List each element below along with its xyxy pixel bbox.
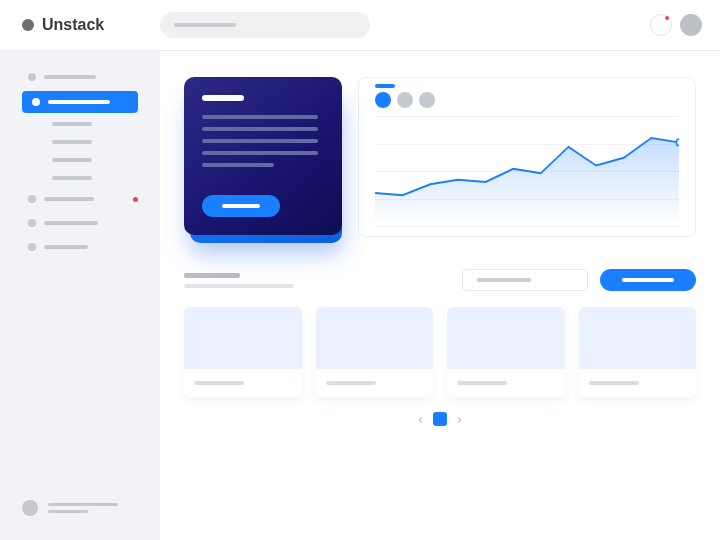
- nav-list: [0, 65, 160, 259]
- notification-badge: [665, 16, 669, 20]
- sidebar-item-2[interactable]: [52, 118, 144, 130]
- sidebar-item-icon: [28, 243, 36, 251]
- sidebar-item-0[interactable]: [22, 67, 144, 87]
- hero-text-line: [202, 151, 318, 155]
- sidebar-item-6[interactable]: [22, 189, 144, 209]
- pager-current-page[interactable]: [433, 412, 447, 426]
- hero-text-line: [202, 139, 318, 143]
- card-title-line: [194, 381, 244, 385]
- content-card-2[interactable]: [447, 307, 565, 397]
- chart-tab-0[interactable]: [375, 92, 391, 108]
- sidebar-item-1[interactable]: [22, 91, 138, 113]
- sidebar-item-5[interactable]: [52, 172, 144, 184]
- sidebar-item-label: [52, 140, 92, 144]
- hero-cta-button[interactable]: [202, 195, 280, 217]
- sidebar-item-8[interactable]: [22, 237, 144, 257]
- sidebar-item-label: [44, 197, 94, 201]
- sidebar-item-label: [52, 176, 92, 180]
- card-footer: [316, 369, 434, 397]
- section-header: [184, 269, 696, 291]
- sidebar-item-icon: [32, 98, 40, 106]
- card-title-line: [589, 381, 639, 385]
- card-thumbnail: [447, 307, 565, 369]
- content-card-0[interactable]: [184, 307, 302, 397]
- topbar: Unstack: [0, 0, 720, 50]
- sidebar-item-4[interactable]: [52, 154, 144, 166]
- sidebar-footer[interactable]: [0, 486, 160, 530]
- chart-card: [358, 77, 696, 237]
- hero-card: [184, 77, 342, 237]
- brand-icon: [22, 19, 34, 31]
- chart-area: [375, 116, 679, 226]
- sidebar-item-icon: [28, 219, 36, 227]
- user-meta: [48, 503, 118, 513]
- primary-action-label: [622, 278, 674, 282]
- chart-tabs: [375, 92, 679, 108]
- chart-tab-1[interactable]: [397, 92, 413, 108]
- content-card-3[interactable]: [579, 307, 697, 397]
- card-footer: [447, 369, 565, 397]
- hero-cta-label: [222, 204, 260, 208]
- hero-title: [202, 95, 244, 101]
- hero-text-line: [202, 115, 318, 119]
- sidebar-item-3[interactable]: [52, 136, 144, 148]
- chart-gridline: [375, 226, 679, 227]
- sidebar-item-label: [44, 75, 96, 79]
- brand-name: Unstack: [42, 16, 104, 34]
- card-thumbnail: [184, 307, 302, 369]
- topbar-actions: [650, 14, 702, 36]
- card-footer: [184, 369, 302, 397]
- pager-next-icon[interactable]: ›: [457, 411, 462, 427]
- section-subtitle-line: [184, 284, 294, 288]
- sidebar-item-icon: [28, 195, 36, 203]
- hero-card-body: [184, 77, 342, 235]
- notifications-button[interactable]: [650, 14, 672, 36]
- chart-tab-indicator: [375, 84, 395, 88]
- sidebar-item-icon: [28, 73, 36, 81]
- sidebar-item-label: [52, 158, 92, 162]
- section-title: [184, 273, 294, 288]
- pager-prev-icon[interactable]: ‹: [418, 411, 423, 427]
- content-card-1[interactable]: [316, 307, 434, 397]
- card-thumbnail: [579, 307, 697, 369]
- user-avatar-icon: [22, 500, 38, 516]
- sidebar: [0, 51, 160, 540]
- hero-text-line: [202, 163, 274, 167]
- main-content: ‹ ›: [160, 51, 720, 540]
- sidebar-item-label: [44, 221, 98, 225]
- search-input[interactable]: [160, 12, 370, 38]
- card-thumbnail: [316, 307, 434, 369]
- sidebar-item-7[interactable]: [22, 213, 144, 233]
- sidebar-item-label: [52, 122, 92, 126]
- primary-action-button[interactable]: [600, 269, 696, 291]
- section-title-line: [184, 273, 240, 278]
- chart-tab-2[interactable]: [419, 92, 435, 108]
- card-title-line: [457, 381, 507, 385]
- brand: Unstack: [22, 16, 160, 34]
- sidebar-item-label: [44, 245, 88, 249]
- sidebar-item-label: [48, 100, 110, 104]
- svg-point-0: [676, 139, 679, 145]
- cards-row: [184, 307, 696, 397]
- search-placeholder: [174, 23, 236, 27]
- card-footer: [579, 369, 697, 397]
- filter-label: [477, 278, 531, 282]
- hero-text-line: [202, 127, 318, 131]
- chart-line: [375, 116, 679, 226]
- filter-select[interactable]: [462, 269, 588, 291]
- avatar[interactable]: [680, 14, 702, 36]
- card-title-line: [326, 381, 376, 385]
- pagination: ‹ ›: [184, 411, 696, 427]
- sidebar-item-alert-icon: [133, 197, 138, 202]
